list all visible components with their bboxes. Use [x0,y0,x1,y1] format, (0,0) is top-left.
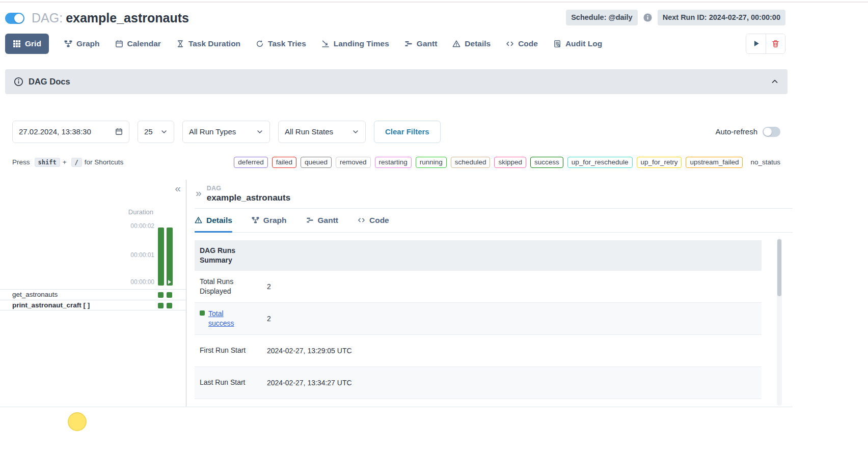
details-tab-details[interactable]: Details [195,209,232,232]
legend-restarting: restarting [375,157,412,168]
legend-success: success [530,157,563,168]
details-tab-code[interactable]: Code [358,209,389,232]
audit-log-icon [553,40,561,48]
hourglass-icon [176,40,184,48]
tab-task-tries-label: Task Tries [268,39,306,48]
grid-panel: « Duration 00:00:02 00:00:01 00:00:00 ge… [0,180,186,407]
shortcuts-plus: + [63,158,67,166]
tab-calendar[interactable]: Calendar [115,39,161,48]
gantt-icon [306,216,314,224]
schedule-badge: Schedule: @daily [566,10,638,25]
chevron-down-icon [352,128,359,135]
base-date-input[interactable]: 27.02.2024, 13:38:30 [12,121,129,143]
auto-refresh-label: Auto-refresh [715,127,757,136]
state-legend: deferred failed queued removed restartin… [234,157,780,168]
tab-graph[interactable]: Graph [64,39,100,48]
task-instance-square[interactable] [158,303,164,308]
page-size-select[interactable]: 25 [138,121,174,143]
legend-upstream-failed: upstream_failed [686,157,743,168]
graph-icon [64,40,72,48]
tab-task-tries[interactable]: Task Tries [256,39,306,48]
main-content: « Duration 00:00:02 00:00:01 00:00:00 ge… [0,180,793,407]
base-date-value: 27.02.2024, 13:38:30 [19,127,91,136]
auto-refresh-toggle[interactable] [763,127,780,137]
shortcuts-hint-press: Press [12,158,30,166]
details-tab-graph[interactable]: Graph [252,209,287,232]
tab-details[interactable]: Details [452,39,491,48]
task-name-link[interactable]: get_astronauts [0,291,58,298]
dag-runs-summary-table: DAG Runs Summary Total Runs Displayed 2 … [195,240,762,399]
dag-toolbar: Grid Graph Calendar Task Duration Task T… [0,27,793,55]
chevron-down-icon [256,128,263,135]
dag-run-bar[interactable] [158,228,164,286]
warning-triangle-icon [452,40,460,48]
scrollbar-thumb[interactable] [777,239,781,296]
chevron-down-icon [160,128,168,135]
clear-filters-button[interactable]: Clear Filters [374,121,441,143]
run-type-value: All Run Types [189,127,236,136]
warning-triangle-icon [195,216,202,224]
retry-icon [256,40,264,48]
task-instance-square[interactable] [158,292,164,298]
run-state-select[interactable]: All Run States [278,121,366,143]
expand-panel-icon[interactable]: » [196,187,202,203]
landing-icon [321,40,330,48]
tab-code[interactable]: Code [506,39,538,48]
info-circle-icon [14,77,23,87]
tab-task-duration-label: Task Duration [188,39,240,48]
toggle-knob [764,128,772,136]
details-tabs: Details Graph Gantt Code [195,209,793,233]
delete-dag-button[interactable] [766,34,785,53]
chevron-up-icon[interactable] [771,77,779,86]
grid-icon [13,40,21,48]
row-label: First Run Start [200,346,267,355]
trigger-dag-button[interactable] [746,34,766,53]
legend-no-status: no_status [747,157,780,167]
tab-grid[interactable]: Grid [5,34,49,54]
collapse-panel-icon[interactable]: « [175,183,181,193]
tab-audit-log[interactable]: Audit Log [553,39,602,48]
legend-running: running [416,157,447,168]
airflow-dag-page: DAG:example_astronauts Schedule: @daily … [0,0,868,454]
row-label: Last Run Start [200,378,267,387]
scrollbar-track [777,238,782,406]
task-name-link[interactable]: print_astronaut_craft [ ] [0,301,90,309]
dag-docs-label: DAG Docs [29,77,70,87]
row-value: 2 [267,282,762,291]
next-run-badge: Next Run ID: 2024-02-27, 00:00:00 [658,10,785,25]
schedule-info-icon[interactable] [643,13,653,22]
legend-queued: queued [301,157,332,168]
dag-docs-bar[interactable]: DAG Docs [5,69,788,94]
tab-gantt[interactable]: Gantt [404,39,437,48]
legend-failed: failed [272,157,296,168]
filter-bar: 27.02.2024, 13:38:30 25 All Run Types Al… [0,121,793,143]
tab-graph-label: Graph [76,39,100,48]
dag-pause-toggle[interactable] [5,13,24,24]
shortcuts-hint-suffix: for Shortcuts [85,158,124,166]
task-row: print_astronaut_craft [ ] [0,300,186,310]
task-row: get_astronauts [0,289,186,300]
graph-icon [252,216,259,224]
tab-landing-times-label: Landing Times [334,39,389,48]
task-instance-square[interactable] [167,303,172,308]
calendar-picker-icon[interactable] [115,128,123,135]
row-value: 2024-02-27, 13:29:05 UTC [267,347,762,355]
details-tab-gantt[interactable]: Gantt [306,209,338,232]
tab-landing-times[interactable]: Landing Times [321,39,389,48]
legend-up-for-retry: up_for_retry [637,157,682,168]
slash-key-chip: / [71,158,82,167]
run-type-select[interactable]: All Run Types [182,121,270,143]
legend-up-for-reschedule: up_for_reschedule [567,157,633,168]
tab-gantt-label: Gantt [417,39,437,48]
total-success-link[interactable]: Total success [208,309,244,327]
dag-action-buttons [746,34,785,54]
tab-task-duration[interactable]: Task Duration [176,39,240,48]
details-title: example_astronauts [207,193,290,203]
table-row: Total Runs Displayed 2 [195,271,762,303]
dag-run-bar[interactable] [167,228,173,286]
tab-grid-label: Grid [25,39,41,48]
row-value: 2 [267,315,762,323]
toggle-knob [14,14,23,23]
play-icon [752,39,761,48]
task-instance-square[interactable] [167,292,172,298]
